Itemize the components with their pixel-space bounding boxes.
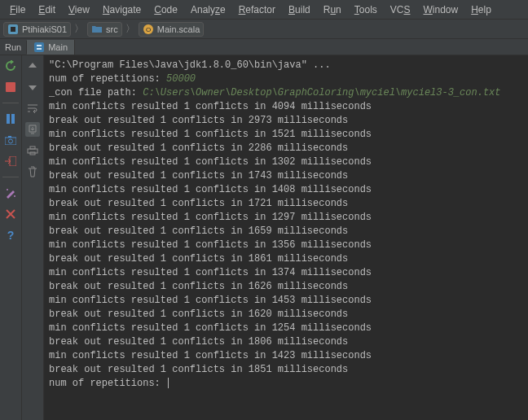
stop-icon[interactable] xyxy=(3,80,18,94)
console-line: break out resulted 1 conflicts in 1851 m… xyxy=(49,363,523,377)
menu-bar: File Edit View Navigate Code Analyze Ref… xyxy=(0,0,528,20)
rerun-icon[interactable] xyxy=(3,59,18,73)
menu-tools[interactable]: Tools xyxy=(348,2,384,17)
console-line: min conflicts resulted 1 conflicts in 12… xyxy=(49,322,523,335)
console-line: break out resulted 1 conflicts in 1626 m… xyxy=(49,280,523,294)
module-icon xyxy=(7,24,19,35)
breadcrumb-project[interactable]: PtihiakiS01 xyxy=(3,22,71,37)
help-icon[interactable]: ? xyxy=(3,228,18,243)
console-line: break out resulted 1 conflicts in 1620 m… xyxy=(49,308,523,322)
svg-text:O: O xyxy=(146,26,151,33)
menu-help[interactable]: Help xyxy=(464,2,498,17)
svg-rect-16 xyxy=(30,147,35,149)
menu-window[interactable]: Window xyxy=(416,2,464,17)
close-icon[interactable] xyxy=(3,207,18,221)
run-toolwindow-label[interactable]: Run xyxy=(0,41,27,54)
menu-navigate[interactable]: Navigate xyxy=(96,2,147,17)
print-icon[interactable] xyxy=(25,143,40,158)
separator xyxy=(2,177,19,177)
breadcrumb-src-label: src xyxy=(106,24,118,34)
menu-build[interactable]: Build xyxy=(282,2,317,17)
breadcrumb-src[interactable]: src xyxy=(87,22,122,37)
svg-rect-8 xyxy=(5,138,16,145)
up-icon[interactable] xyxy=(25,59,40,73)
breadcrumb: PtihiakiS01 〉 src 〉 O Main.scala xyxy=(0,20,528,39)
svg-point-13 xyxy=(14,195,15,197)
exit-icon[interactable] xyxy=(3,154,18,168)
breadcrumb-sep: 〉 xyxy=(73,22,86,36)
console-line: min conflicts resulted 1 conflicts in 13… xyxy=(49,155,523,169)
console-line: break out resulted 1 conflicts in 1659 m… xyxy=(49,225,523,238)
pause-icon[interactable] xyxy=(3,112,18,126)
separator xyxy=(2,103,19,103)
svg-text:?: ? xyxy=(7,230,15,241)
breadcrumb-sep: 〉 xyxy=(124,22,137,36)
breadcrumb-file-label: Main.scala xyxy=(157,24,200,34)
scala-object-icon: O xyxy=(143,24,154,35)
svg-rect-7 xyxy=(11,114,15,124)
menu-view[interactable]: View xyxy=(62,2,96,17)
wrap-icon[interactable] xyxy=(25,101,40,116)
svg-rect-5 xyxy=(6,82,15,92)
svg-rect-4 xyxy=(34,42,44,52)
run-config-label: Main xyxy=(48,42,68,52)
menu-analyze[interactable]: Analyze xyxy=(184,2,232,17)
console-output[interactable]: "C:\Program Files\Java\jdk1.8.0_60\bin\j… xyxy=(44,55,528,420)
svg-rect-1 xyxy=(11,27,15,32)
run-tab-bar: Run Main xyxy=(0,39,528,55)
svg-point-12 xyxy=(7,189,8,190)
menu-edit[interactable]: Edit xyxy=(32,2,62,17)
menu-run[interactable]: Run xyxy=(317,2,348,17)
console-line: break out resulted 1 conflicts in 1806 m… xyxy=(49,335,523,349)
console-line: min conflicts resulted 1 conflicts in 15… xyxy=(49,128,523,142)
folder-icon xyxy=(91,24,103,35)
menu-refactor[interactable]: Refactor xyxy=(232,2,282,17)
camera-icon[interactable] xyxy=(3,133,18,147)
menu-file[interactable]: File xyxy=(3,2,32,17)
svg-rect-10 xyxy=(8,136,11,138)
svg-point-9 xyxy=(9,139,13,143)
menu-vcs[interactable]: VCS xyxy=(384,2,417,17)
run-toolbar-inner xyxy=(22,55,44,420)
console-line: min conflicts resulted 1 conflicts in 13… xyxy=(49,238,523,252)
console-line: min conflicts resulted 1 conflicts in 14… xyxy=(49,349,523,363)
magic-icon[interactable] xyxy=(3,186,18,200)
console-line: min conflicts resulted 1 conflicts in 13… xyxy=(49,266,523,280)
console-line: min conflicts resulted 1 conflicts in 40… xyxy=(49,100,523,114)
console-line: _con file path: C:\Users\Owner\Desktop\G… xyxy=(49,86,523,100)
console-line: break out resulted 1 conflicts in 1721 m… xyxy=(49,197,523,211)
run-config-icon xyxy=(33,42,45,53)
run-config-tab[interactable]: Main xyxy=(27,40,75,55)
menu-code[interactable]: Code xyxy=(147,2,184,17)
console-prompt: num of repetitions: xyxy=(49,377,523,391)
console-line: break out resulted 1 conflicts in 1861 m… xyxy=(49,252,523,266)
run-toolbar-left: ? xyxy=(0,55,22,420)
trash-icon[interactable] xyxy=(25,164,40,179)
scroll-end-icon[interactable] xyxy=(25,122,40,137)
run-panel: ? "C:\Program Files\Java\jdk1.8.0_60\bin… xyxy=(0,55,528,420)
console-line: min conflicts resulted 1 conflicts in 14… xyxy=(49,294,523,308)
breadcrumb-file[interactable]: O Main.scala xyxy=(139,22,205,37)
breadcrumb-project-label: PtihiakiS01 xyxy=(22,24,67,34)
console-line: break out resulted 1 conflicts in 2973 m… xyxy=(49,114,523,128)
console-line: "C:\Program Files\Java\jdk1.8.0_60\bin\j… xyxy=(49,59,523,72)
console-line: break out resulted 1 conflicts in 2286 m… xyxy=(49,142,523,155)
svg-rect-6 xyxy=(7,114,10,124)
console-line: min conflicts resulted 1 conflicts in 14… xyxy=(49,183,523,197)
console-line: num of repetitions: 50000 xyxy=(49,72,523,86)
down-icon[interactable] xyxy=(25,80,40,94)
console-line: break out resulted 1 conflicts in 1743 m… xyxy=(49,169,523,183)
console-line: min conflicts resulted 1 conflicts in 12… xyxy=(49,211,523,225)
